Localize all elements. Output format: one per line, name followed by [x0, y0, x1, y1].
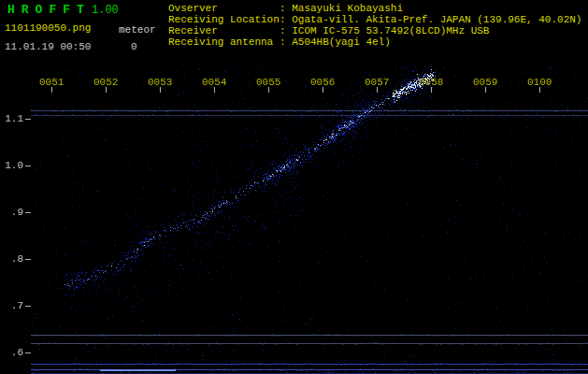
- station-info-row: Receiver: ICOM IC-575 53.7492(8LCD)MHz U…: [168, 25, 581, 36]
- freq-label: .9: [0, 207, 23, 218]
- station-info-label: Receiving antenna: [168, 36, 280, 48]
- freq-label: 1.1: [0, 113, 23, 124]
- time-label: 0059: [473, 77, 497, 88]
- station-info-label: Receiving Location: [168, 14, 280, 25]
- time-label: 0056: [310, 77, 335, 88]
- freq-label: 1.0: [0, 160, 23, 171]
- time-label: 0053: [148, 77, 172, 88]
- station-info-row: Ovserver: Masayuki Kobayashi: [168, 3, 581, 14]
- station-info-label: Receiver: [168, 25, 280, 36]
- time-label: 0054: [202, 77, 226, 88]
- freq-label: .6: [0, 347, 23, 358]
- spectrogram-canvas: [0, 65, 588, 374]
- station-info-row: Receiving antenna: A504HB(yagi 4el): [168, 36, 581, 48]
- time-label: 0052: [93, 77, 118, 88]
- app-version: 1.00: [92, 4, 119, 17]
- station-info-label: Ovserver: [168, 3, 280, 14]
- time-label: 0051: [39, 77, 64, 88]
- meteor-count: 0: [131, 41, 137, 52]
- time-label: 0057: [365, 77, 389, 88]
- time-label: 0058: [419, 77, 443, 88]
- freq-label: .7: [0, 300, 23, 311]
- station-info-value: : A504HB(yagi 4el): [280, 36, 391, 48]
- time-label: 0055: [256, 77, 280, 88]
- freq-label: .8: [0, 253, 23, 265]
- timestamp: 11.01.19 00:50: [5, 41, 91, 52]
- hrofft-window: { "app": { "title": "HROFFT", "version":…: [0, 0, 588, 374]
- output-filename: 1101190050.png: [5, 22, 91, 34]
- time-label: 0100: [527, 77, 552, 88]
- station-info-value: : ICOM IC-575 53.7492(8LCD)MHz USB: [280, 25, 489, 36]
- app-title: HROFFT: [7, 3, 91, 17]
- station-info-row: Receiving Location: Ogata-vill. Akita-Pr…: [168, 14, 581, 25]
- station-info: Ovserver: Masayuki KobayashiReceiving Lo…: [168, 3, 581, 48]
- mode-label: meteor: [119, 24, 156, 36]
- station-info-value: : Ogata-vill. Akita-Pref. JAPAN (139.96E…: [280, 14, 581, 25]
- station-info-value: : Masayuki Kobayashi: [280, 3, 403, 14]
